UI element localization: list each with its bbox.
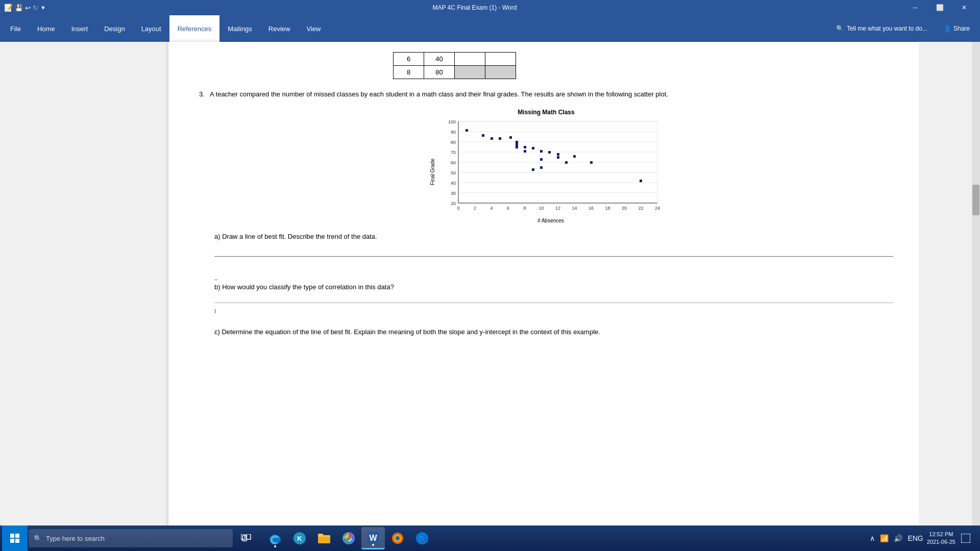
tab-view[interactable]: View [298,15,329,42]
chevron-up-icon[interactable]: ∧ [868,534,876,542]
close-button[interactable]: ✕ [952,0,976,15]
cell-empty2 [485,53,516,66]
document-area: 6 40 8 80 3. A te [168,42,919,538]
task-view-button[interactable] [234,525,258,551]
tab-mailings[interactable]: Mailings [219,15,260,42]
svg-rect-59 [15,539,19,543]
svg-rect-60 [241,534,245,539]
share-button[interactable]: 👤 Share [936,15,978,42]
scatter-plot-container: Missing Math Class Final Grade 100 [429,108,664,224]
minimize-button[interactable]: ─ [903,0,927,15]
firefox-icon[interactable] [386,527,409,549]
svg-rect-43 [532,147,534,149]
svg-rect-41 [516,146,518,148]
answer-line-a [214,246,893,257]
kodi-icon[interactable]: K [288,527,311,549]
svg-rect-39 [516,141,518,143]
sub-question-b-text: b) How would you classify the type of co… [214,283,394,291]
cell-80: 80 [424,66,455,79]
svg-rect-36 [491,137,493,140]
svg-rect-44 [524,150,526,153]
taskbar-search-placeholder: Type here to search [46,535,105,542]
undo-icon[interactable]: ↩ [25,4,31,12]
svg-rect-76 [961,534,970,543]
window-title: MAP 4C Final Exam (1) - Word [46,4,903,11]
svg-rect-52 [540,166,543,169]
svg-rect-40 [516,143,518,146]
taskbar: 🔍 Type here to search K [0,525,980,551]
tab-references[interactable]: References [169,15,219,42]
scrollbar-thumb[interactable] [972,185,979,215]
table-row: 8 80 [394,66,516,79]
blue-app-icon: 🔵 [415,531,429,545]
cell-empty1 [455,53,485,66]
cell-6: 6 [394,53,424,66]
folder-icon [317,532,331,544]
svg-rect-47 [557,153,559,156]
svg-rect-38 [509,136,512,139]
chrome-logo-icon [341,531,356,545]
svg-rect-58 [10,539,14,543]
svg-text:16: 16 [589,206,594,211]
main-layout: 6 40 8 80 3. A te [0,42,980,538]
tab-file[interactable]: File [2,15,29,42]
redo-icon[interactable]: ↻ [33,4,38,12]
svg-text:22: 22 [638,206,643,211]
tab-design[interactable]: Design [96,15,133,42]
taskbar-right: ∧ 📶 🔊 ENG 12:52 PM 2021-06-25 [868,527,978,549]
svg-rect-46 [548,151,551,154]
ribbon-search[interactable]: 🔍 Tell me what you want to do... [836,15,936,42]
restore-button[interactable]: ⬜ [928,0,951,15]
document-content: 6 40 8 80 3. A te [199,52,893,337]
svg-point-73 [396,536,400,540]
svg-text:2: 2 [474,206,476,211]
clock[interactable]: 12:52 PM 2021-06-25 [927,531,955,546]
marker-b: _ [214,274,217,280]
notification-button[interactable] [958,527,974,549]
svg-rect-51 [532,168,534,171]
edge-logo-icon [268,531,282,545]
save-icon[interactable]: 💾 [15,4,23,12]
svg-rect-50 [573,155,576,158]
svg-text:4: 4 [490,206,493,211]
svg-text:8: 8 [523,206,526,211]
tab-review[interactable]: Review [260,15,299,42]
taskbar-search[interactable]: 🔍 Type here to search [29,529,233,547]
sub-question-c: c) Determine the equation of the line of… [214,327,893,337]
volume-icon[interactable]: 🔊 [892,534,904,542]
search-icon: 🔍 [836,25,844,32]
svg-rect-57 [15,534,19,538]
word-icon[interactable]: W [361,527,385,549]
language-indicator[interactable]: ENG [906,534,924,542]
word-active-dot [372,544,374,546]
sub-question-a: a) Draw a line of best fit. Describe the… [214,232,893,242]
file-explorer-icon[interactable] [312,527,336,549]
svg-text:20: 20 [451,201,456,206]
sub-question-b: _ b) How would you classify the type of … [214,272,893,292]
sub-question-c-text: c) Determine the equation of the line of… [214,328,600,336]
scrollbar[interactable] [972,42,980,538]
cell-gray2 [485,66,516,79]
tab-home[interactable]: Home [29,15,63,42]
active-dot [274,545,276,547]
svg-rect-48 [557,156,559,159]
word-logo-icon: W [366,531,380,545]
y-axis-label: Final Grade [429,119,436,224]
chart-title: Missing Math Class [429,108,664,117]
network-icon[interactable]: 📶 [878,534,890,542]
chrome-icon[interactable] [337,527,360,549]
data-table: 6 40 8 80 [393,52,516,79]
tab-layout[interactable]: Layout [133,15,169,42]
svg-rect-53 [565,161,568,164]
more-icon[interactable]: ▼ [40,5,46,11]
svg-rect-35 [482,134,484,137]
top-table: 6 40 8 80 [393,52,893,79]
svg-rect-37 [499,137,501,140]
tab-insert[interactable]: Insert [63,15,96,42]
svg-rect-54 [590,161,593,164]
firefox-logo-icon [390,531,405,545]
start-button[interactable] [2,525,28,551]
extra-icon[interactable]: 🔵 [410,527,434,549]
taskbar-search-icon: 🔍 [34,535,42,542]
edge-icon[interactable] [263,527,287,549]
